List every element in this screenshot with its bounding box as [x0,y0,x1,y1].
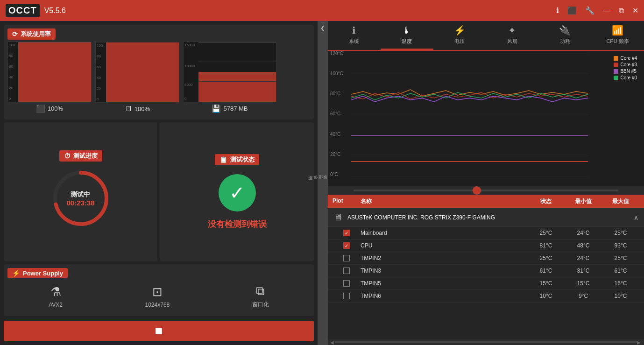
power-supply-section: ⚡ Power Supply ⚗ AVX2 ⊡ 1024x768 ⧉ 窗口化 [4,264,314,316]
row5-check-cell[interactable] [333,293,361,299]
row1-check-cell[interactable] [333,242,361,249]
table-row: Mainboard 25°C 24°C 25°C [328,227,644,239]
sidebar-toggle[interactable]: 图像缩放控制 ❮ [318,21,328,345]
timer-display: 测试中 00:23:38 [66,190,94,207]
cpu-chart-container: 100806040200 ⬛ 100% [7,42,92,113]
fan-tab-label: 风扇 [507,38,517,45]
device-icon: 🖥 [333,212,343,223]
row0-max: 25°C [602,230,639,236]
col-plot: Plot [333,197,361,205]
legend-bbn5-label: BBN #5 [620,69,636,74]
row3-check-cell[interactable] [333,268,361,274]
legend-core3: Core #3 [614,62,637,67]
timer-label: 测试中 [66,190,94,199]
tab-temperature[interactable]: 🌡 温度 [381,21,433,50]
row2-min: 24°C [565,255,602,261]
row5-max: 10°C [602,293,639,299]
table-row: TMPIN2 25°C 24°C 25°C [328,252,644,265]
title-bar-right: ℹ ⬛ 🔧 — ⧉ ✕ [556,6,638,15]
temperature-chart: 120°C 100°C 80°C 60°C 40°C 20°C 0°C [328,51,644,186]
resolution-control[interactable]: ⊡ 1024x768 [145,285,170,308]
y-label-20: 20°C [330,152,343,157]
legend-core0: Core #0 [614,75,637,80]
row1-min: 48°C [565,242,602,249]
test-progress-section: ⏱ 测试进度 测试中 00:23:38 [4,122,157,261]
data-table: Plot 名称 状态 最小值 最大值 🖥 ASUSTeK COMPUTER IN… [328,195,644,345]
slider-thumb[interactable] [473,186,481,195]
row0-name: Mainboard [361,230,527,236]
row2-status: 25°C [527,255,565,261]
row4-checkbox[interactable] [343,280,350,287]
cpu-freq-tab-icon: 📶 [612,25,623,36]
legend-core4-dot [614,56,618,61]
circle-progress: 测试中 00:23:38 [50,168,111,229]
charts-row: 100806040200 ⬛ 100% 100806040200 [7,42,310,113]
status-check-icon: ✓ [219,174,256,211]
power-tab-label: 功耗 [560,38,570,45]
vram-label-row: 💾 5787 MB [212,104,248,113]
tab-cpu-freq[interactable]: 📶 CPU 频率 [591,21,644,50]
tab-voltage[interactable]: ⚡ 电压 [433,21,486,50]
row0-check-cell[interactable] [333,230,361,236]
chart-svg-container [351,53,588,177]
scroll-track[interactable] [335,341,637,343]
avx2-control[interactable]: ⚗ AVX2 [49,285,63,308]
chart-y-labels: 120°C 100°C 80°C 60°C 40°C 20°C 0°C [330,51,343,177]
device-name: ASUSTeK COMPUTER INC. ROG STRIX Z390-F G… [347,214,495,221]
row2-checkbox[interactable] [343,255,350,261]
legend-core0-dot [614,76,618,80]
row2-name: TMPIN2 [361,255,527,261]
horizontal-scrollbar[interactable]: ◀ ▶ [328,339,644,345]
table-body: 🖥 ASUSTeK COMPUTER INC. ROG STRIX Z390-F… [328,208,644,339]
ram-chart-container: 100806040200 🖥 100% [95,42,179,113]
voltage-tab-icon: ⚡ [454,25,466,36]
sidebar-chevron: ❮ [320,25,325,31]
temperature-tab-icon: 🌡 [402,25,411,36]
close-button[interactable]: ✕ [632,6,638,15]
settings-button[interactable]: 🔧 [585,6,594,15]
cpu-freq-tab-label: CPU 频率 [606,38,629,45]
ram-percent: 100% [134,106,150,113]
scroll-right-arrow[interactable]: ▶ [637,340,642,345]
stop-icon: ⏹ [154,325,164,337]
table-row: CPU 81°C 48°C 93°C [328,239,644,252]
right-panel: ℹ 系统 🌡 温度 ⚡ 电压 ✦ 风扇 🔌 功耗 📶 CPU 频率 [328,21,644,345]
legend-core3-label: Core #3 [620,62,637,67]
row4-check-cell[interactable] [333,280,361,287]
windowed-control[interactable]: ⧉ 窗口化 [252,284,269,309]
tab-fan[interactable]: ✦ 风扇 [486,21,538,50]
row4-name: TMPIN5 [361,280,527,287]
slider-track[interactable] [354,190,618,191]
row2-check-cell[interactable] [333,255,361,261]
restore-button[interactable]: ⧉ [619,7,624,15]
row5-checkbox[interactable] [343,293,350,299]
tab-system[interactable]: ℹ 系统 [328,21,381,50]
row1-checkbox[interactable] [343,242,350,249]
scroll-left-arrow[interactable]: ◀ [330,340,335,345]
status-text-2: 错误 [250,219,267,229]
row3-checkbox[interactable] [343,268,350,274]
cpu-percent: 100% [48,105,63,112]
row3-min: 31°C [565,268,602,274]
info-button[interactable]: ℹ [556,6,559,15]
device-collapse-icon[interactable]: ∧ [634,214,638,221]
test-progress-header: ⏱ 测试进度 [59,150,102,162]
avx2-icon: ⚗ [50,285,61,299]
stop-button[interactable]: ⏹ [4,321,314,341]
row0-checkbox[interactable] [343,230,350,236]
title-bar: OCCT V5.5.6 ℹ ⬛ 🔧 — ⧉ ✕ [0,0,644,21]
row3-max: 61°C [602,268,639,274]
tab-power[interactable]: 🔌 功耗 [538,21,591,50]
ram-label-row: 🖥 100% [125,105,150,113]
y-label-80: 80°C [330,91,343,96]
version: V5.5.6 [44,7,66,15]
power-supply-label: Power Supply [23,270,63,277]
status-text: 没有检测到错误 [208,218,267,230]
mid-row: ⏱ 测试进度 测试中 00:23:38 📋 [4,122,314,261]
row5-name: TMPIN6 [361,293,527,299]
chart-slider [328,186,644,195]
minimize-button[interactable]: — [603,7,610,15]
left-panel: ⟳ 系统使用率 100806040200 ⬛ 100% [0,21,318,345]
resolution-icon: ⊡ [152,285,163,299]
camera-button[interactable]: ⬛ [567,6,577,15]
